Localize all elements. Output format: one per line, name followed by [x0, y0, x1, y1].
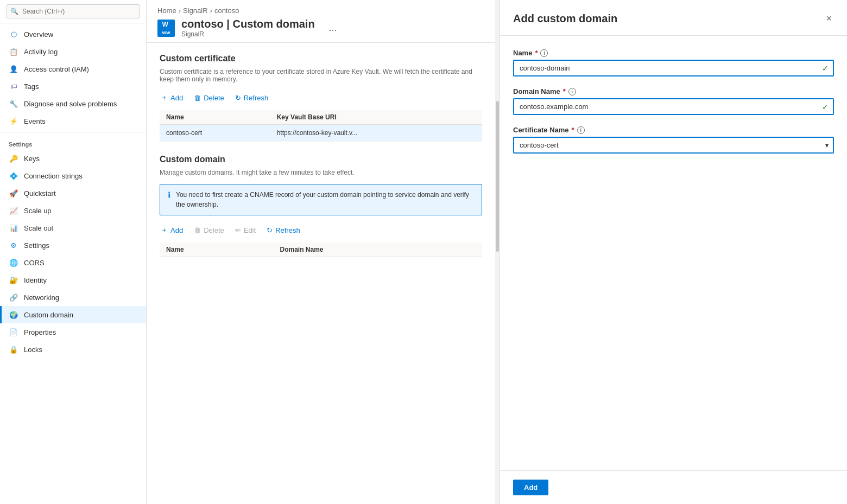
sidebar-item-locks[interactable]: 🔒 Locks [0, 341, 146, 358]
custom-cert-desc: Custom certificate is a reference to you… [160, 68, 482, 83]
sidebar-item-connection-strings[interactable]: 💠 Connection strings [0, 167, 146, 184]
cert-add-button[interactable]: ＋ Add [160, 91, 184, 105]
sidebar-item-activity-log[interactable]: 📋 Activity log [0, 43, 146, 60]
breadcrumb-home[interactable]: Home [157, 7, 176, 15]
sidebar-item-label: Events [24, 117, 46, 125]
domain-name-input-wrap: ✓ [513, 98, 834, 115]
cert-delete-button[interactable]: 🗑 Delete [193, 92, 225, 104]
panel-title: Add custom domain [513, 12, 617, 25]
sidebar-item-networking[interactable]: 🔗 Networking [0, 289, 146, 306]
sidebar-item-label: Quickstart [24, 189, 56, 197]
domain-refresh-button[interactable]: ↻ Refresh [266, 224, 301, 237]
networking-icon: 🔗 [9, 292, 18, 302]
name-input[interactable] [513, 60, 834, 76]
name-input-wrap: ✓ [513, 60, 834, 76]
custom-domain-title: Custom domain [160, 155, 482, 164]
info-icon: ℹ [168, 190, 170, 199]
activity-log-icon: 📋 [9, 47, 18, 56]
sidebar-item-label: Connection strings [24, 172, 83, 180]
table-row[interactable]: contoso-cert https://contoso-key-vault.v… [160, 125, 482, 142]
sidebar-item-events[interactable]: ⚡ Events [0, 112, 146, 130]
content-area: Custom certificate Custom certificate is… [147, 43, 495, 504]
panel-close-button[interactable]: × [824, 11, 834, 27]
info-banner: ℹ You need to first create a CNAME recor… [160, 184, 482, 215]
scrollbar[interactable] [495, 0, 500, 504]
locks-icon: 🔒 [9, 344, 18, 354]
domain-name-input[interactable] [513, 98, 834, 115]
delete-icon: 🗑 [194, 226, 201, 234]
domain-edit-button[interactable]: ✏ Edit [234, 224, 257, 237]
scale-out-icon: 📊 [9, 223, 18, 233]
cors-icon: 🌐 [9, 258, 18, 267]
custom-domain-desc: Manage custom domains. It might take a f… [160, 169, 482, 176]
sidebar-item-properties[interactable]: 📄 Properties [0, 323, 146, 341]
cert-name-select[interactable]: contoso-cert [513, 137, 834, 154]
sidebar-item-cors[interactable]: 🌐 CORS [0, 254, 146, 271]
domain-name-label: Domain Name * i [513, 87, 834, 95]
custom-domain-icon: 🌍 [9, 310, 18, 320]
panel-add-button[interactable]: Add [513, 480, 548, 495]
ellipsis-button[interactable]: ... [326, 21, 340, 35]
page-icon: WWW [157, 20, 175, 37]
sidebar-item-label: Locks [24, 346, 42, 354]
sidebar-item-label: Diagnose and solve problems [24, 100, 117, 108]
sidebar-item-identity[interactable]: 🔐 Identity [0, 271, 146, 289]
sidebar-item-label: Networking [24, 294, 59, 302]
search-icon: 🔍 [10, 8, 18, 15]
custom-certificate-section: Custom certificate Custom certificate is… [160, 54, 482, 142]
overview-icon: ⬡ [9, 29, 18, 39]
cert-table-header-name: Name [160, 110, 270, 125]
custom-cert-table: Name Key Vault Base URI contoso-cert htt… [160, 110, 482, 142]
sidebar-item-label: Custom domain [24, 311, 73, 319]
sidebar-item-tags[interactable]: 🏷 Tags [0, 78, 146, 95]
identity-icon: 🔐 [9, 275, 18, 285]
refresh-icon: ↻ [235, 94, 241, 102]
panel-header: Add custom domain × [500, 0, 847, 36]
breadcrumb-sep1: › [179, 7, 181, 15]
sidebar-item-label: Identity [24, 276, 47, 284]
breadcrumb: Home › SignalR › contoso [157, 7, 484, 15]
name-label: Name * i [513, 49, 834, 57]
delete-icon: 🗑 [194, 94, 201, 102]
quickstart-icon: 🚀 [9, 188, 18, 198]
keys-icon: 🔑 [9, 154, 18, 163]
sidebar-item-scale-up[interactable]: 📈 Scale up [0, 202, 146, 219]
name-required: * [535, 49, 538, 57]
sidebar-item-label: Activity log [24, 48, 58, 56]
scrollbar-thumb [496, 101, 499, 252]
sidebar-item-scale-out[interactable]: 📊 Scale out [0, 219, 146, 237]
sidebar-item-settings[interactable]: ⚙ Settings [0, 237, 146, 254]
sidebar-item-custom-domain[interactable]: 🌍 Custom domain [0, 306, 146, 323]
cert-name-select-wrap: contoso-cert ▾ [513, 137, 834, 154]
sidebar-item-access-control[interactable]: 👤 Access control (IAM) [0, 60, 146, 78]
sidebar-item-label: Scale out [24, 224, 53, 232]
custom-domain-section: Custom domain Manage custom domains. It … [160, 155, 482, 257]
search-input[interactable] [7, 4, 140, 18]
cert-name-label: Certificate Name * i [513, 126, 834, 134]
name-info-icon: i [540, 49, 548, 57]
page-title: contoso | Custom domain [181, 18, 315, 30]
add-icon: ＋ [161, 93, 168, 103]
cert-name-form-group: Certificate Name * i contoso-cert ▾ [513, 126, 834, 154]
domain-table-header-name: Name [160, 243, 274, 257]
cert-name-required: * [572, 126, 574, 134]
main-content: Home › SignalR › contoso WWW contoso | C… [147, 0, 495, 504]
sidebar-item-quickstart[interactable]: 🚀 Quickstart [0, 184, 146, 202]
breadcrumb-signalr[interactable]: SignalR [183, 7, 208, 15]
cert-uri-cell: https://contoso-key-vault.v... [270, 125, 482, 142]
page-header: Home › SignalR › contoso WWW contoso | C… [147, 0, 495, 43]
breadcrumb-contoso[interactable]: contoso [214, 7, 239, 15]
name-form-group: Name * i ✓ [513, 49, 834, 76]
custom-domain-table: Name Domain Name [160, 243, 482, 257]
domain-add-button[interactable]: ＋ Add [160, 223, 184, 237]
tags-icon: 🏷 [9, 81, 18, 91]
custom-cert-title: Custom certificate [160, 54, 482, 63]
sidebar-item-keys[interactable]: 🔑 Keys [0, 150, 146, 167]
cert-refresh-button[interactable]: ↻ Refresh [234, 92, 270, 104]
domain-delete-button[interactable]: 🗑 Delete [193, 224, 225, 237]
sidebar: 🔍 ⬡ Overview 📋 Activity log 👤 Access con… [0, 0, 147, 504]
sidebar-item-overview[interactable]: ⬡ Overview [0, 25, 146, 43]
sidebar-item-diagnose[interactable]: 🔧 Diagnose and solve problems [0, 95, 146, 112]
page-subtitle: SignalR [181, 30, 315, 38]
domain-name-check-icon: ✓ [822, 103, 829, 111]
